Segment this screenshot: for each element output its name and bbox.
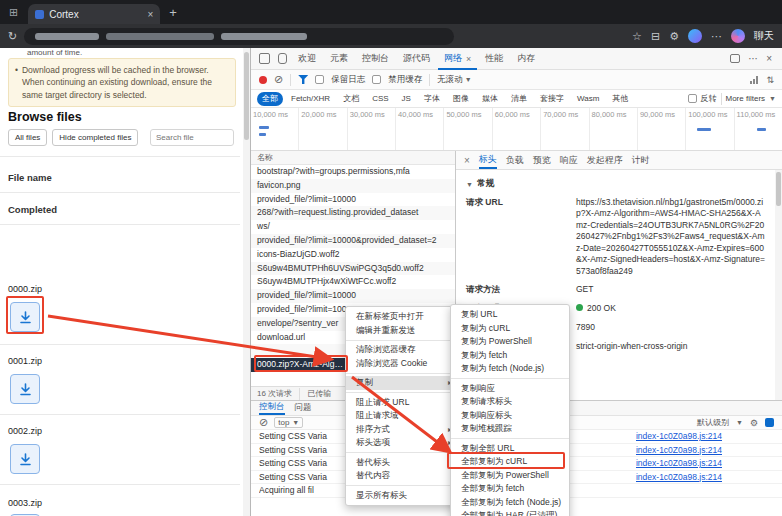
- menu-item-override-content[interactable]: 替代内容: [346, 469, 460, 483]
- network-request-row[interactable]: 268/?with=request.listing.provided_datas…: [251, 206, 455, 220]
- filter-chip-fetch-xhr[interactable]: Fetch/XHR: [286, 93, 335, 105]
- filter-chip-img[interactable]: 图像: [448, 92, 474, 106]
- more-options-icon[interactable]: ⋯: [711, 30, 722, 43]
- device-emulation-icon[interactable]: [278, 53, 287, 64]
- devtools-close-icon[interactable]: ×: [766, 53, 772, 64]
- network-request-row[interactable]: bootstrap/?with=groups.permissions,mfa: [251, 165, 455, 179]
- network-request-row[interactable]: ws/: [251, 220, 455, 234]
- tab-network[interactable]: 网络×: [438, 48, 477, 70]
- inspect-element-icon[interactable]: [259, 53, 270, 64]
- profile-avatar[interactable]: [688, 29, 702, 43]
- filter-chip-other[interactable]: 其他: [607, 92, 633, 106]
- menu-item-clear-cache[interactable]: 清除浏览器缓存: [346, 343, 460, 357]
- menu-item-override-headers[interactable]: 替代标头: [346, 456, 460, 470]
- menu-item-block-url[interactable]: 阻止请求 URL: [346, 396, 460, 410]
- tab-preview[interactable]: 预览: [533, 151, 551, 169]
- more-filters-button[interactable]: More filters: [726, 94, 766, 103]
- network-request-row[interactable]: S6uyw4BMUTPHjx4wXiWtFCc.woff2: [251, 275, 455, 289]
- favorites-star-icon[interactable]: ☆: [632, 30, 642, 43]
- menu-item-open-new-tab[interactable]: 在新标签页中打开: [346, 310, 460, 324]
- browser-tab[interactable]: Cortex ×: [28, 4, 160, 24]
- dock-side-icon[interactable]: [730, 54, 740, 63]
- close-details-icon[interactable]: ×: [464, 155, 470, 166]
- devtools-more-icon[interactable]: ⋯: [748, 53, 758, 64]
- collapse-triangle-icon[interactable]: ▼: [466, 181, 473, 188]
- tab-console[interactable]: 控制台: [356, 48, 395, 70]
- submenu-item-copy-response-headers[interactable]: 复制响应标头: [451, 409, 569, 423]
- scrollbar-thumb[interactable]: [776, 172, 781, 206]
- menu-item-show-all-headers[interactable]: 显示所有标头: [346, 489, 460, 503]
- submenu-item-copy-all-as-curl[interactable]: 全部复制为 cURL: [451, 455, 569, 469]
- download-button-0001[interactable]: [10, 374, 40, 404]
- copilot-icon[interactable]: [731, 29, 745, 43]
- tab-initiator[interactable]: 发起程序: [587, 151, 623, 169]
- submenu-item-copy-as-fetch-node[interactable]: 复制为 fetch (Node.js): [451, 362, 569, 376]
- disable-cache-checkbox[interactable]: [372, 75, 381, 84]
- network-conditions-icon[interactable]: [750, 76, 758, 84]
- download-button-0000[interactable]: [10, 302, 40, 332]
- filter-chip-css[interactable]: CSS: [367, 93, 393, 105]
- import-export-har-icon[interactable]: ⇅: [766, 75, 774, 85]
- clear-console-icon[interactable]: ⊘: [259, 417, 268, 428]
- submenu-item-copy-all-as-har[interactable]: 全部复制为 HAR (已清理): [451, 509, 569, 516]
- extensions-icon[interactable]: ⚙: [669, 30, 679, 43]
- refresh-icon[interactable]: ↻: [8, 30, 17, 43]
- search-file-input[interactable]: [150, 129, 234, 146]
- hide-completed-files-button[interactable]: Hide completed files: [52, 129, 138, 146]
- tab-elements[interactable]: 元素: [324, 48, 354, 70]
- record-network-log-icon[interactable]: [259, 76, 267, 84]
- filter-chip-js[interactable]: JS: [397, 93, 416, 105]
- close-tab-icon[interactable]: ×: [466, 54, 471, 64]
- collections-icon[interactable]: ⊟: [651, 30, 660, 43]
- menu-item-sort-by[interactable]: 排序方式▸: [346, 423, 460, 437]
- tab-performance[interactable]: 性能: [479, 48, 509, 70]
- tab-timing[interactable]: 计时: [632, 151, 650, 169]
- menu-item-copy[interactable]: 复制▸: [346, 376, 460, 390]
- drawer-tab-console[interactable]: 控制台: [259, 401, 285, 415]
- filter-chip-manifest[interactable]: 清单: [506, 92, 532, 106]
- throttling-select[interactable]: 无滚动▼: [437, 74, 471, 86]
- filter-chip-socket[interactable]: 套接字: [535, 92, 569, 106]
- menu-item-header-options[interactable]: 标头选项▸: [346, 436, 460, 450]
- disable-cache-label[interactable]: 禁用缓存: [388, 74, 422, 86]
- tab-close-icon[interactable]: ×: [147, 9, 153, 20]
- submenu-item-copy-stack-trace[interactable]: 复制堆栈跟踪: [451, 422, 569, 436]
- submenu-item-copy-as-curl[interactable]: 复制为 cURL: [451, 322, 569, 336]
- filter-chip-all[interactable]: 全部: [257, 92, 283, 106]
- network-overview-timeline[interactable]: 10,000 ms 20,000 ms 30,000 ms 40,000 ms …: [251, 108, 782, 151]
- source-link[interactable]: index-1c0Z0a98.js:214: [636, 471, 722, 484]
- copilot-chat-label[interactable]: 聊天: [754, 29, 774, 43]
- log-level-select[interactable]: 默认级别: [697, 417, 729, 428]
- filter-chip-wasm[interactable]: Wasm: [572, 93, 604, 105]
- all-files-button[interactable]: All files: [8, 129, 47, 146]
- console-settings-gear-icon[interactable]: ⚙: [750, 418, 758, 428]
- page-scrollbar[interactable]: [243, 48, 250, 516]
- issues-badge-icon[interactable]: [765, 418, 774, 427]
- source-link[interactable]: index-1c0Z0a98.js:214: [636, 444, 722, 457]
- menu-item-edit-resend[interactable]: 编辑并重新发送: [346, 324, 460, 338]
- network-request-row[interactable]: provided_file/?limit=10000: [251, 289, 455, 303]
- submenu-item-copy-url[interactable]: 复制 URL: [451, 308, 569, 322]
- tab-sources[interactable]: 源代码: [397, 48, 436, 70]
- tab-response[interactable]: 响应: [560, 151, 578, 169]
- scrollbar-thumb[interactable]: [244, 52, 249, 140]
- submenu-item-copy-all-as-fetch[interactable]: 全部复制为 fetch: [451, 482, 569, 496]
- details-scrollbar[interactable]: [775, 170, 782, 400]
- source-link[interactable]: index-1c0Z0a98.js:214: [636, 457, 722, 470]
- clear-network-log-icon[interactable]: ⊘: [274, 74, 283, 85]
- submenu-item-copy-all-as-powershell[interactable]: 全部复制为 PowerShell: [451, 469, 569, 483]
- download-button-0002[interactable]: [10, 444, 40, 474]
- submenu-item-copy-as-powershell[interactable]: 复制为 PowerShell: [451, 335, 569, 349]
- network-request-row[interactable]: provided_file/?limit=10000&provided_data…: [251, 234, 455, 248]
- invert-filter-label[interactable]: 反转: [701, 93, 717, 104]
- source-link[interactable]: index-1c0Z0a98.js:214: [636, 430, 722, 443]
- url-field[interactable]: [24, 28, 454, 45]
- tab-welcome[interactable]: 欢迎: [292, 48, 322, 70]
- network-request-row[interactable]: favicon.png: [251, 179, 455, 193]
- tab-memory[interactable]: 内存: [511, 48, 541, 70]
- name-column-header[interactable]: 名称: [251, 151, 455, 165]
- tab-headers[interactable]: 标头: [479, 151, 497, 169]
- network-request-row[interactable]: icons-BiazUjGD.woff2: [251, 248, 455, 262]
- tab-payload[interactable]: 负载: [506, 151, 524, 169]
- filter-chip-doc[interactable]: 文档: [338, 92, 364, 106]
